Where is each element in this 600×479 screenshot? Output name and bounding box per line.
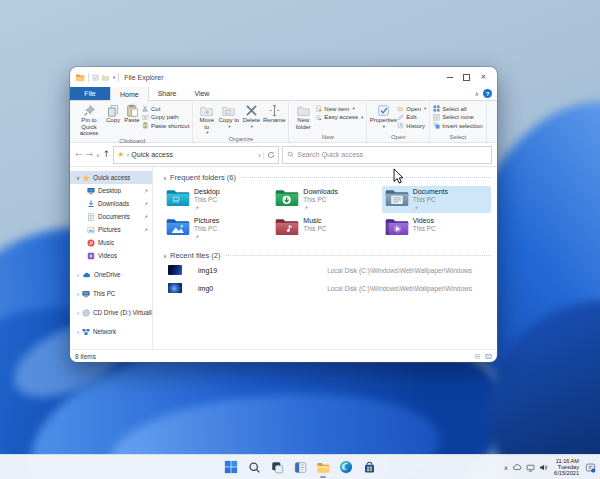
ribbon-button-new-folder[interactable]: New folder: [292, 102, 314, 130]
properties-qat-icon[interactable]: [92, 74, 99, 81]
taskbar-task-view-icon[interactable]: [269, 459, 285, 475]
sidebar-item-cd-drive-d-virtuall[interactable]: ›CD Drive (D:) Virtuall: [70, 306, 152, 319]
ribbon-button-paste-shortcut[interactable]: Paste shortcut: [142, 122, 189, 129]
thumbnails-view-icon[interactable]: [485, 353, 492, 360]
sidebar-item-downloads[interactable]: Downloads: [70, 197, 152, 210]
details-view-icon[interactable]: [474, 353, 481, 360]
history-icon: [397, 122, 404, 129]
sidebar-item-pictures[interactable]: Pictures: [70, 223, 152, 236]
chevron-right-icon[interactable]: ›: [74, 291, 82, 297]
folder-tile-desktop[interactable]: DesktopThis PC: [163, 186, 272, 213]
search-box[interactable]: Search Quick access: [282, 146, 492, 164]
folder-tile-pictures[interactable]: PicturesThis PC: [163, 215, 272, 242]
help-button[interactable]: ?: [483, 89, 492, 98]
collapse-chevron-icon[interactable]: ∨: [163, 175, 167, 181]
pictures-icon: [87, 226, 95, 234]
taskbar-file-explorer-icon[interactable]: [315, 459, 331, 475]
select-all-icon: [433, 105, 440, 112]
ribbon-button-easy-access[interactable]: Easy access▾: [315, 114, 363, 121]
quick-access-star-icon: ★: [117, 151, 124, 159]
folder-tile-music[interactable]: MusicThis PC: [272, 215, 381, 242]
onedrive-tray-icon[interactable]: [512, 463, 522, 472]
taskbar-widgets-icon[interactable]: [292, 459, 308, 475]
divider: [242, 177, 491, 178]
ribbon-button-open[interactable]: Open▾: [397, 105, 426, 112]
tab-view[interactable]: View: [185, 87, 218, 100]
edit-icon: [397, 114, 404, 121]
tab-home[interactable]: Home: [110, 87, 149, 101]
network-tray-icon[interactable]: [526, 463, 535, 472]
close-button[interactable]: ✕: [475, 70, 492, 84]
recent-file-img0[interactable]: img0Local Disk (C:)\Windows\Web\Wallpape…: [163, 279, 491, 297]
sidebar-item-desktop[interactable]: Desktop: [70, 184, 152, 197]
taskbar-search-icon[interactable]: [246, 459, 262, 475]
section-title: Frequent folders (6): [170, 173, 236, 182]
ribbon-button-properties[interactable]: Properties▾: [370, 102, 396, 129]
recent-file-img19[interactable]: img19Local Disk (C:)\Windows\Web\Wallpap…: [163, 261, 491, 279]
sidebar-item-music[interactable]: Music: [70, 236, 152, 249]
notification-center-icon[interactable]: [585, 462, 596, 473]
sidebar-item-this-pc[interactable]: ›This PC: [70, 287, 152, 300]
ribbon-button-history[interactable]: History: [397, 122, 426, 129]
new-folder-qat-icon[interactable]: [102, 74, 109, 81]
taskbar-store-icon[interactable]: [361, 459, 377, 475]
pin-icon: [303, 205, 309, 211]
ribbon-button-rename[interactable]: Rename: [263, 102, 285, 124]
ribbon-button-copy[interactable]: Copy: [104, 102, 122, 124]
sidebar-item-onedrive[interactable]: ›OneDrive: [70, 268, 152, 281]
chevron-down-icon[interactable]: ∨: [74, 175, 82, 181]
taskbar-edge-icon[interactable]: [338, 459, 354, 475]
folder-tile-videos[interactable]: VideosThis PC: [382, 215, 491, 242]
folder-tile-downloads[interactable]: DownloadsThis PC: [272, 186, 381, 213]
tab-share[interactable]: Share: [149, 87, 186, 100]
file-menu-button[interactable]: File: [70, 87, 110, 100]
ribbon-button-delete[interactable]: Delete▾: [240, 102, 262, 129]
ribbon-button-paste[interactable]: Paste: [123, 102, 141, 124]
recent-locations-chevron-icon[interactable]: ∨: [96, 152, 100, 158]
sidebar-item-network[interactable]: ›Network: [70, 325, 152, 338]
paste-shortcut-icon: [142, 122, 149, 129]
ribbon-button-move-to[interactable]: Move to▾: [196, 102, 217, 135]
chevron-right-icon[interactable]: ›: [74, 272, 82, 278]
minimize-button[interactable]: [441, 70, 458, 84]
minimize-ribbon-icon[interactable]: ∧: [475, 90, 479, 97]
up-button[interactable]: ↑: [103, 150, 111, 159]
ribbon-button-cut[interactable]: Cut: [142, 105, 189, 112]
ribbon-button-new-item[interactable]: New item▾: [315, 105, 363, 112]
titlebar[interactable]: ▾ File Explorer ✕: [70, 67, 497, 87]
section-header-frequent-folders[interactable]: ∨ Frequent folders (6): [163, 172, 491, 183]
select-none-icon: [433, 114, 440, 121]
address-dropdown-icon[interactable]: ∨: [258, 152, 262, 158]
volume-tray-icon[interactable]: [539, 463, 548, 472]
sidebar-item-documents[interactable]: Documents: [70, 210, 152, 223]
ribbon-button-copy-path[interactable]: Copy path: [142, 114, 189, 121]
chevron-right-icon[interactable]: ›: [74, 329, 82, 335]
dropdown-icon: ▾: [361, 115, 363, 120]
forward-button[interactable]: →: [86, 150, 94, 159]
address-bar[interactable]: ★ › Quick access ∨: [113, 146, 279, 164]
chevron-right-icon[interactable]: ›: [74, 310, 82, 316]
sidebar-item-quick-access[interactable]: ∨Quick access: [70, 171, 152, 184]
clock[interactable]: 11:16 AM Tuesday 6/15/2021: [554, 458, 579, 477]
status-bar: 8 items: [70, 349, 497, 362]
pictures-folder-icon: [166, 217, 190, 236]
tray-overflow-chevron-icon[interactable]: ∧: [504, 464, 508, 471]
ribbon-button-copy-to[interactable]: Copy to▾: [218, 102, 239, 129]
maximize-button[interactable]: [458, 70, 475, 84]
ribbon-button-pin-to-quick-access[interactable]: Pin to Quick access: [75, 102, 103, 137]
section-header-recent-files[interactable]: ∨ Recent files (2): [163, 250, 491, 261]
pin-icon: [143, 201, 149, 207]
qat-customize-chevron-icon[interactable]: ▾: [113, 75, 115, 80]
ribbon-button-invert-selection[interactable]: Invert selection: [433, 122, 482, 129]
sidebar-item-videos[interactable]: Videos: [70, 249, 152, 262]
back-button[interactable]: ←: [75, 150, 83, 159]
breadcrumb[interactable]: Quick access: [131, 151, 173, 158]
folder-tile-documents[interactable]: DocumentsThis PC: [382, 186, 491, 213]
ribbon-button-select-none[interactable]: Select none: [433, 114, 482, 121]
copy-to-icon: [222, 104, 235, 117]
taskbar-start-icon[interactable]: [223, 459, 239, 475]
ribbon-button-edit[interactable]: Edit: [397, 114, 426, 121]
refresh-icon[interactable]: [263, 151, 275, 159]
ribbon-button-select-all[interactable]: Select all: [433, 105, 482, 112]
collapse-chevron-icon[interactable]: ∨: [163, 253, 167, 259]
